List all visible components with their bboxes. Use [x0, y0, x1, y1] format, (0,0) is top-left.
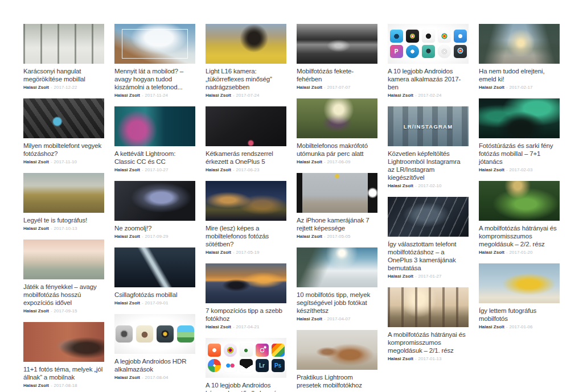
article-card[interactable]: Karácsonyi hangulat megörökítése mobilla…: [23, 24, 104, 90]
article-card[interactable]: Mobilfotózás fekete-fehérben Halasi Zsol…: [297, 24, 377, 90]
article-author[interactable]: Halasi Zsolt: [206, 93, 231, 98]
article-thumbnail[interactable]: [297, 24, 377, 64]
article-card[interactable]: Light L16 kamera: „tükörreflexes minőség…: [206, 24, 286, 98]
article-thumbnail[interactable]: [206, 106, 286, 146]
article-card[interactable]: LrPs A 10 legjobb Androidos képszerkeszt…: [206, 338, 286, 392]
article-author[interactable]: Halasi Zsolt: [206, 250, 231, 255]
article-title[interactable]: Így lettem futográfus mobilfotós: [479, 307, 560, 323]
article-thumbnail[interactable]: [297, 330, 377, 370]
article-title[interactable]: A mobilfotózás hátrányai és kompromisszu…: [388, 331, 469, 354]
article-author[interactable]: Halasi Zsolt: [388, 93, 413, 98]
article-author[interactable]: Halasi Zsolt: [23, 85, 49, 90]
article-card[interactable]: Fotóstúrázás és sarki fény fotózás mobil…: [479, 98, 560, 173]
article-card[interactable]: A mobilfotózás hátrányai és kompromisszu…: [388, 287, 469, 362]
article-card[interactable]: Csillagfotózás mobillal Halasi Zsolt-201…: [114, 247, 195, 306]
article-title[interactable]: A 10 legjobb Androidos képszerkesztő alk…: [206, 381, 286, 392]
article-title[interactable]: Fotóstúrázás és sarki fény fotózás mobil…: [479, 142, 560, 166]
article-author[interactable]: Halasi Zsolt: [297, 316, 322, 321]
article-thumbnail[interactable]: [479, 98, 560, 138]
article-title[interactable]: A 10 legjobb Androidos kamera alkalmazás…: [388, 67, 469, 91]
article-thumbnail[interactable]: [114, 314, 195, 354]
article-title[interactable]: A legjobb Androidos HDR alkalmazások: [114, 357, 195, 373]
article-title[interactable]: Az iPhone kamerájának 7 rejtett képesség…: [297, 216, 377, 232]
article-title[interactable]: Ha nem tudod elrejteni, emeld ki!: [479, 67, 560, 83]
article-author[interactable]: Halasi Zsolt: [388, 356, 413, 361]
article-title[interactable]: 7 kompozíciós tipp a szebb fotókhoz: [206, 307, 286, 323]
article-title[interactable]: 11+1 fotós téma, melyek „jól állnak” a m…: [23, 365, 104, 381]
article-card[interactable]: Az iPhone kamerájának 7 rejtett képesség…: [297, 173, 377, 240]
article-thumbnail[interactable]: [297, 247, 377, 287]
article-thumbnail[interactable]: LrPs: [206, 338, 286, 378]
article-thumbnail[interactable]: [23, 240, 104, 279]
article-thumbnail[interactable]: [206, 181, 286, 221]
article-author[interactable]: Halasi Zsolt: [297, 234, 322, 239]
article-card[interactable]: Milyen mobiltelefont vegyek fotózáshoz? …: [23, 98, 104, 165]
article-card[interactable]: Játék a fényekkel – avagy mobilfotózás h…: [23, 240, 104, 314]
article-thumbnail[interactable]: [23, 24, 104, 64]
article-author[interactable]: Halasi Zsolt: [23, 308, 49, 313]
article-card[interactable]: A kettévált Lightroom: Classic CC és CC …: [114, 106, 195, 173]
article-title[interactable]: 10 mobilfotós tipp, melyek segítségével …: [297, 291, 377, 315]
article-author[interactable]: Halasi Zsolt: [297, 85, 322, 90]
article-author[interactable]: Halasi Zsolt: [206, 324, 231, 329]
article-title[interactable]: Mobilfotózás fekete-fehérben: [297, 67, 377, 83]
article-title[interactable]: Karácsonyi hangulat megörökítése mobilla…: [23, 67, 104, 83]
article-author[interactable]: Halasi Zsolt: [388, 274, 413, 279]
article-title[interactable]: Így választottam telefont mobilfotózásho…: [388, 240, 469, 272]
article-card[interactable]: Kétkamerás rendszerrel érkezett a OnePlu…: [206, 106, 286, 173]
article-title[interactable]: Kétkamerás rendszerrel érkezett a OnePlu…: [206, 150, 286, 166]
article-author[interactable]: Halasi Zsolt: [479, 250, 504, 255]
article-thumbnail[interactable]: [206, 263, 286, 303]
article-title[interactable]: Mennyit lát a mobilod? – avagy hogyan tu…: [114, 67, 195, 91]
article-thumbnail[interactable]: [297, 98, 377, 138]
article-thumbnail[interactable]: [114, 106, 195, 146]
article-thumbnail[interactable]: LR/INSTAGRAM: [388, 106, 469, 146]
article-card[interactable]: 7 kompozíciós tipp a szebb fotókhoz Hala…: [206, 263, 286, 330]
article-title[interactable]: Light L16 kamera: „tükörreflexes minőség…: [206, 67, 286, 91]
article-thumbnail[interactable]: [479, 181, 560, 221]
article-thumbnail[interactable]: [206, 24, 286, 64]
article-card[interactable]: Legyél te is futográfus! Halasi Zsolt-20…: [23, 173, 104, 232]
article-title[interactable]: Csillagfotózás mobillal: [114, 291, 195, 299]
article-card[interactable]: A mobilfotózás hátrányai és kompromisszu…: [479, 181, 560, 255]
article-author[interactable]: Halasi Zsolt: [114, 375, 140, 380]
article-title[interactable]: Praktikus Lightroom presetek mobilfotókh…: [297, 373, 377, 389]
article-card[interactable]: P A 10 legjobb Androidos kamera alkalmaz…: [388, 24, 469, 98]
article-thumbnail[interactable]: [114, 24, 195, 64]
article-card[interactable]: 10 mobilfotós tipp, melyek segítségével …: [297, 247, 377, 322]
article-author[interactable]: Halasi Zsolt: [23, 383, 49, 388]
article-card[interactable]: 11+1 fotós téma, melyek „jól állnak” a m…: [23, 322, 104, 389]
article-thumbnail[interactable]: [388, 287, 469, 327]
article-title[interactable]: A mobilfotózás hátrányai és kompromisszu…: [479, 224, 560, 248]
article-thumbnail[interactable]: [479, 24, 560, 64]
article-thumbnail[interactable]: [479, 263, 560, 303]
article-thumbnail[interactable]: [23, 98, 104, 138]
article-card[interactable]: Így lettem futográfus mobilfotós Halasi …: [479, 263, 560, 330]
article-title[interactable]: A kettévált Lightroom: Classic CC és CC: [114, 150, 195, 166]
article-thumbnail[interactable]: [297, 173, 377, 213]
article-author[interactable]: Halasi Zsolt: [114, 300, 140, 306]
article-author[interactable]: Halasi Zsolt: [114, 167, 140, 172]
article-card[interactable]: Mobiltelefonos makrófotó utómunka pár pe…: [297, 98, 377, 165]
article-title[interactable]: Mire (lesz) képes a mobiltelefonos fotóz…: [206, 224, 286, 248]
article-thumbnail[interactable]: [114, 247, 195, 287]
article-author[interactable]: Halasi Zsolt: [388, 183, 413, 188]
article-author[interactable]: Halasi Zsolt: [114, 234, 140, 239]
article-thumbnail[interactable]: [114, 181, 195, 221]
article-thumbnail[interactable]: [388, 197, 469, 237]
article-title[interactable]: Legyél te is futográfus!: [23, 216, 104, 224]
article-thumbnail[interactable]: [23, 173, 104, 213]
article-title[interactable]: Játék a fényekkel – avagy mobilfotózás h…: [23, 283, 104, 307]
article-card[interactable]: Így választottam telefont mobilfotózásho…: [388, 197, 469, 279]
article-author[interactable]: Halasi Zsolt: [479, 324, 504, 329]
article-author[interactable]: Halasi Zsolt: [479, 167, 504, 172]
article-title[interactable]: Közvetlen képfeltöltés Lightroomból Inst…: [388, 150, 469, 181]
article-thumbnail[interactable]: [23, 322, 104, 362]
article-author[interactable]: Halasi Zsolt: [23, 159, 49, 164]
article-author[interactable]: Halasi Zsolt: [479, 85, 504, 90]
article-card[interactable]: Mennyit lát a mobilod? – avagy hogyan tu…: [114, 24, 195, 98]
article-author[interactable]: Halasi Zsolt: [297, 159, 322, 164]
article-author[interactable]: Halasi Zsolt: [206, 167, 231, 172]
article-card[interactable]: Ne zoomolj!? Halasi Zsolt-2017-09-29: [114, 181, 195, 240]
article-thumbnail[interactable]: P: [388, 24, 469, 64]
